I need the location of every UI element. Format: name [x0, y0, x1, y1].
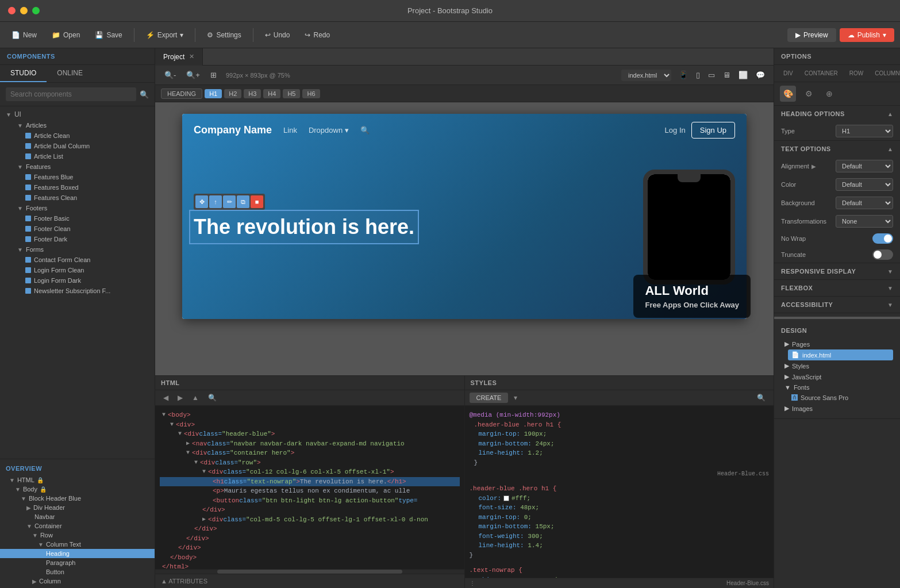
list-item[interactable]: Article Clean: [0, 130, 155, 141]
styles-item[interactable]: ▶ Styles: [781, 360, 893, 371]
gear-icon-tab[interactable]: ⚙: [801, 86, 817, 102]
breadcrumb-h3[interactable]: H3: [244, 89, 261, 98]
breadcrumb-heading[interactable]: HEADING: [161, 89, 202, 99]
list-item[interactable]: Features Clean: [0, 193, 155, 203]
ov-item-container[interactable]: ▼ Container: [0, 521, 155, 531]
desktop-icon[interactable]: 🖥: [720, 69, 733, 81]
tab-column[interactable]: COLUMN: [870, 68, 900, 78]
heading-options-header[interactable]: HEADING OPTIONS ▲: [774, 106, 900, 122]
section-features[interactable]: ▼ Features: [0, 162, 155, 172]
close-button[interactable]: [8, 7, 16, 14]
ov-item-body[interactable]: ▼ Body 🔒: [0, 485, 155, 494]
ov-item-paragraph[interactable]: Paragraph: [0, 558, 155, 567]
accessibility-header[interactable]: ACCESSIBILITY ▼: [774, 297, 900, 313]
new-button[interactable]: 📄 New: [6, 28, 43, 42]
tab-studio[interactable]: STUDIO: [0, 65, 47, 82]
list-item[interactable]: Features Boxed: [0, 182, 155, 193]
list-item[interactable]: Contact Form Clean: [0, 255, 155, 265]
breadcrumb-h2[interactable]: H2: [224, 89, 241, 98]
up-button[interactable]: ▲: [189, 393, 202, 403]
index-file[interactable]: 📄 index.html: [788, 349, 893, 360]
section-ui[interactable]: ▼ UI: [0, 109, 155, 120]
ov-item-heading[interactable]: Heading: [0, 549, 155, 558]
tab-online[interactable]: ONLINE: [47, 65, 93, 82]
nowrap-toggle[interactable]: [872, 233, 893, 244]
style-dropdown-button[interactable]: ▾: [510, 393, 521, 403]
attributes-bar[interactable]: ▲ ATTRIBUTES: [155, 574, 464, 588]
copy-icon[interactable]: ⧉: [237, 195, 249, 208]
widescreen-icon[interactable]: ⬜: [736, 69, 751, 81]
back-button[interactable]: ◀: [160, 393, 172, 403]
move-icon[interactable]: ✥: [195, 195, 208, 208]
create-style-button[interactable]: CREATE: [470, 393, 509, 403]
ov-item-navbar[interactable]: Navbar: [0, 512, 155, 521]
breadcrumb-h1[interactable]: H1: [205, 89, 222, 98]
ov-item-html[interactable]: ▼ HTML 🔒: [0, 475, 155, 485]
font-source-sans[interactable]: 🅰 Source Sans Pro: [788, 393, 893, 403]
type-select[interactable]: H1: [836, 125, 893, 137]
canvas-area[interactable]: Company Name Link Dropdown ▾ 🔍 Log In Si…: [155, 102, 774, 375]
alignment-select[interactable]: Default: [836, 160, 893, 172]
file-selector[interactable]: index.html: [621, 70, 671, 81]
three-dots-icon[interactable]: ⋮: [470, 580, 475, 586]
breadcrumb-h5[interactable]: H5: [283, 89, 300, 98]
transformations-select[interactable]: None: [836, 215, 893, 228]
text-options-header[interactable]: TEXT OPTIONS ▲: [774, 141, 900, 157]
maximize-button[interactable]: [32, 7, 40, 14]
breadcrumb-h6[interactable]: H6: [302, 89, 320, 98]
palette-icon-tab[interactable]: 🎨: [780, 86, 796, 102]
javascript-item[interactable]: ▶ JavaScript: [781, 371, 893, 382]
tablet-portrait-icon[interactable]: ▯: [693, 69, 703, 81]
ov-item-block[interactable]: ▼ Block Header Blue: [0, 494, 155, 503]
fit-button[interactable]: ⊞: [207, 69, 220, 81]
truncate-toggle[interactable]: [872, 249, 893, 260]
zoom-out-button[interactable]: 🔍-: [161, 69, 179, 81]
search-html-button[interactable]: 🔍: [205, 393, 220, 403]
section-footers[interactable]: ▼ Footers: [0, 203, 155, 213]
list-item[interactable]: Footer Dark: [0, 234, 155, 244]
background-select[interactable]: Default: [836, 197, 893, 209]
section-forms[interactable]: ▼ Forms: [0, 244, 155, 255]
phone-icon[interactable]: 📱: [676, 69, 691, 81]
list-item[interactable]: Footer Clean: [0, 224, 155, 234]
flexbox-header[interactable]: FLEXBOX ▼: [774, 280, 900, 296]
list-item[interactable]: Article List: [0, 151, 155, 162]
comment-icon[interactable]: 💬: [753, 69, 768, 81]
settings-button[interactable]: ⚙ Settings: [201, 28, 247, 42]
fonts-item[interactable]: ▼ Fonts: [781, 382, 893, 393]
search-input[interactable]: [6, 87, 136, 101]
publish-button[interactable]: ☁ Publish ▾: [840, 28, 894, 42]
list-item[interactable]: Footer Basic: [0, 213, 155, 224]
search-styles-button[interactable]: 🔍: [753, 393, 769, 403]
export-button[interactable]: ⚡ Export ▾: [140, 28, 190, 42]
horizontal-scrollbar[interactable]: [155, 569, 464, 574]
forward-button[interactable]: ▶: [174, 393, 186, 403]
breadcrumb-h4[interactable]: H4: [263, 89, 280, 98]
edit-icon[interactable]: ✏: [223, 195, 236, 208]
tab-row[interactable]: ROW: [845, 68, 868, 78]
list-item[interactable]: Login Form Dark: [0, 275, 155, 286]
up-icon[interactable]: ↑: [209, 195, 222, 208]
ov-item-div-header[interactable]: ▶ Div Header: [0, 503, 155, 512]
tab-close-icon[interactable]: ✕: [189, 53, 194, 60]
list-item[interactable]: Login Form Clean: [0, 265, 155, 275]
responsive-header[interactable]: RESPONSIVE DISPLAY ▼: [774, 263, 900, 279]
ov-item-column[interactable]: ▶ Column: [0, 577, 155, 586]
ov-item-button[interactable]: Button: [0, 567, 155, 577]
tab-div[interactable]: DIV: [779, 68, 798, 78]
tablet-landscape-icon[interactable]: ▭: [705, 69, 718, 81]
open-button[interactable]: 📁 Open: [46, 28, 86, 42]
save-button[interactable]: 💾 Save: [89, 28, 128, 42]
color-select[interactable]: Default: [836, 178, 893, 191]
ov-item-row[interactable]: ▼ Row: [0, 531, 155, 540]
ov-item-column-text[interactable]: ▼ Column Text: [0, 540, 155, 549]
zoom-in-button[interactable]: 🔍+: [183, 69, 203, 81]
tab-project[interactable]: Project ✕: [155, 48, 203, 66]
images-item[interactable]: ▶ Images: [781, 403, 893, 414]
list-item[interactable]: Features Blue: [0, 172, 155, 182]
pages-item[interactable]: ▶ Pages: [781, 339, 893, 349]
preview-button[interactable]: ▶ Preview: [787, 28, 836, 42]
section-articles[interactable]: ▼ Articles: [0, 120, 155, 130]
delete-icon[interactable]: ■: [251, 195, 263, 208]
plus-icon-tab[interactable]: ⊕: [821, 86, 837, 102]
